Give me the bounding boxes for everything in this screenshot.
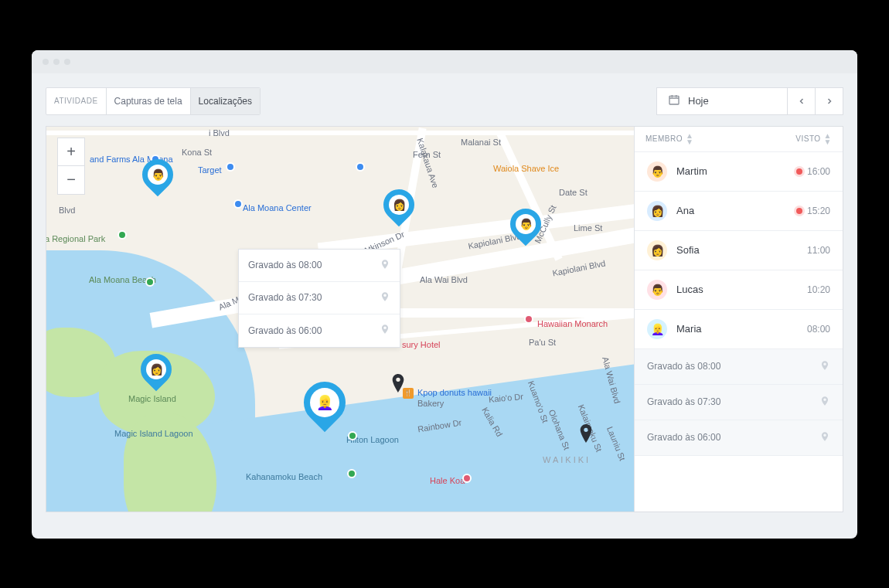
member-row[interactable]: 👩 Sofia 11:00 xyxy=(635,231,843,270)
popover-label: Gravado às 07:30 xyxy=(248,292,322,303)
poi-icon xyxy=(524,314,533,324)
view-tabs: ATIVIDADE Capturas de tela Localizações xyxy=(46,87,261,115)
poi-icon xyxy=(118,230,127,240)
side-panel: MEMBRO ▲▼ VISTO ▲▼ 👨 Martim 16:00 👩 Ana … xyxy=(634,127,843,512)
map-label: Magic Island Lagoon xyxy=(114,429,193,438)
svg-rect-0 xyxy=(669,96,679,104)
map-label: Hawaiian Monarch xyxy=(537,319,608,328)
poi-icon xyxy=(233,199,243,209)
column-member[interactable]: MEMBRO ▲▼ xyxy=(645,133,693,145)
content: ATIVIDADE Capturas de tela Localizações … xyxy=(32,73,857,539)
map-label: Blvd xyxy=(59,206,75,215)
live-indicator-icon xyxy=(796,208,802,214)
window-dot xyxy=(43,59,49,65)
map-label: Target xyxy=(198,165,222,175)
record-row[interactable]: Gravado às 06:00 xyxy=(635,420,843,456)
side-header: MEMBRO ▲▼ VISTO ▲▼ xyxy=(635,127,843,152)
map-label: Pa'u St xyxy=(529,338,556,347)
map-label: i Blvd xyxy=(209,128,230,138)
date-label: Hoje xyxy=(688,95,709,107)
tab-locations[interactable]: Localizações xyxy=(191,88,260,114)
titlebar xyxy=(32,50,857,73)
avatar: 👱‍♀️ xyxy=(647,319,667,339)
member-row[interactable]: 👨 Martim 16:00 xyxy=(635,152,843,192)
date-prev-button[interactable] xyxy=(788,87,816,115)
pin-icon xyxy=(819,396,830,409)
calendar-icon xyxy=(668,93,680,108)
member-name: Martim xyxy=(676,165,707,177)
member-name: Ana xyxy=(676,205,694,216)
avatar: 👩 xyxy=(647,240,667,260)
member-time: 16:00 xyxy=(796,166,830,177)
pin-icon xyxy=(819,431,830,444)
popover-row[interactable]: Gravado às 08:00 xyxy=(239,250,400,282)
map-label: Hale Koa xyxy=(430,476,465,485)
tab-activity[interactable]: ATIVIDADE xyxy=(46,88,107,114)
pin-icon xyxy=(380,324,390,337)
road xyxy=(46,131,634,135)
date-picker[interactable]: Hoje xyxy=(656,87,788,115)
tab-screenshots[interactable]: Capturas de tela xyxy=(107,88,191,114)
record-label: Gravado às 07:30 xyxy=(647,396,720,407)
avatar: 👨 xyxy=(647,161,667,182)
poi-icon xyxy=(356,162,365,172)
member-time: 08:00 xyxy=(807,324,830,335)
topbar: ATIVIDADE Capturas de tela Localizações … xyxy=(46,87,843,115)
popover-row[interactable]: Gravado às 06:00 xyxy=(239,314,400,347)
column-seen[interactable]: VISTO ▲▼ xyxy=(795,133,832,145)
record-row[interactable]: Gravado às 07:30 xyxy=(635,385,843,420)
road xyxy=(371,308,634,318)
map-label: Kahanamoku Beach xyxy=(246,472,322,481)
pin-icon xyxy=(819,360,830,373)
map-label: Kona St xyxy=(182,148,212,157)
map-marker-icon xyxy=(580,424,592,443)
map-label: Ala Wai Blvd xyxy=(420,275,468,284)
zoom-out-button[interactable]: − xyxy=(58,166,84,194)
poi-icon xyxy=(348,431,357,440)
poi-icon xyxy=(226,162,235,172)
sort-icon: ▲▼ xyxy=(686,133,693,145)
date-controls: Hoje xyxy=(656,87,843,115)
date-next-button[interactable] xyxy=(816,87,843,115)
record-row[interactable]: Gravado às 08:00 xyxy=(635,349,843,385)
member-row[interactable]: 👨 Lucas 10:20 xyxy=(635,270,843,310)
map-label: sury Hotel xyxy=(402,340,441,349)
member-time: 11:00 xyxy=(807,245,830,256)
window-dot xyxy=(64,59,70,65)
map-label: Magic Island xyxy=(128,394,176,403)
poi-icon xyxy=(145,277,155,287)
poi-icon xyxy=(462,474,472,483)
location-popover: Gravado às 08:00 Gravado às 07:30 Gravad… xyxy=(238,249,400,348)
member-row[interactable]: 👱‍♀️ Maria 08:00 xyxy=(635,310,843,349)
chevron-left-icon xyxy=(797,97,806,106)
record-label: Gravado às 06:00 xyxy=(647,432,720,443)
map-label: Bakery xyxy=(417,399,444,408)
food-poi-icon: 🍴 xyxy=(403,388,414,399)
popover-label: Gravado às 06:00 xyxy=(248,325,322,336)
window-dot xyxy=(53,59,60,65)
member-list: 👨 Martim 16:00 👩 Ana 15:20 👩 Sofia 11:00… xyxy=(635,152,843,349)
map[interactable]: and Farms Ala Moana Target Ala Moana Cen… xyxy=(46,127,634,512)
map-label: Kpop donuts hawaii xyxy=(417,388,492,397)
map-label: a Regional Park xyxy=(46,234,105,243)
map-label: Malanai St xyxy=(461,138,501,147)
map-label: Date St xyxy=(559,188,588,197)
map-label: WAIKIKI xyxy=(543,455,591,464)
avatar: 👩 xyxy=(647,201,667,221)
avatar: 👨 xyxy=(647,280,667,300)
pin-icon xyxy=(380,291,390,304)
map-label: Fern St xyxy=(413,150,441,159)
popover-label: Gravado às 08:00 xyxy=(248,260,322,270)
sort-icon: ▲▼ xyxy=(824,133,832,145)
main: and Farms Ala Moana Target Ala Moana Cen… xyxy=(46,126,843,512)
member-row[interactable]: 👩 Ana 15:20 xyxy=(635,192,843,231)
map-label: Ala Moana Center xyxy=(243,203,312,212)
popover-row[interactable]: Gravado às 07:30 xyxy=(239,282,400,314)
member-name: Sofia xyxy=(676,244,700,256)
live-indicator-icon xyxy=(796,168,802,175)
member-time: 10:20 xyxy=(807,284,830,295)
member-name: Lucas xyxy=(676,284,703,295)
map-label: Lime St xyxy=(574,223,602,233)
zoom-in-button[interactable]: + xyxy=(58,138,84,166)
record-list: Gravado às 08:00 Gravado às 07:30 Gravad… xyxy=(635,349,843,456)
